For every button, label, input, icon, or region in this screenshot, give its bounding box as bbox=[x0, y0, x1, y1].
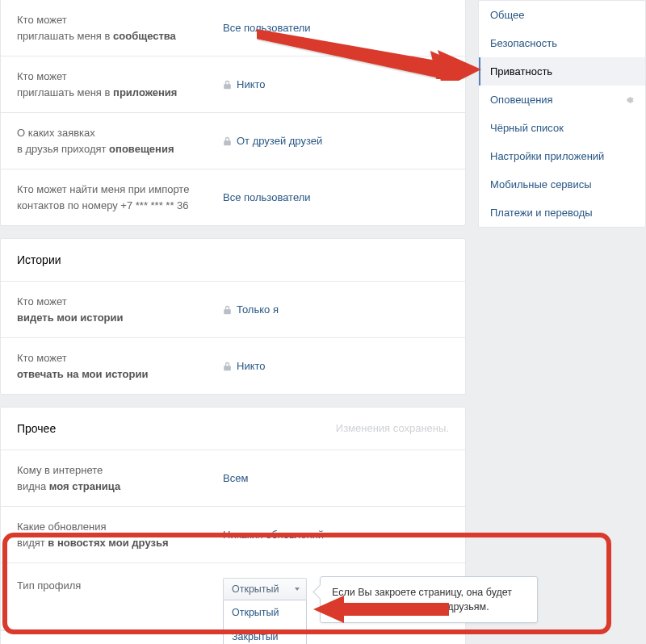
gear-icon bbox=[623, 94, 634, 106]
nav-item-privacy[interactable]: Приватность bbox=[479, 57, 645, 86]
row-label: Кто может найти меня при импорте контакт… bbox=[17, 182, 223, 213]
setting-row[interactable]: Какие обновления видят в новостях мои др… bbox=[1, 507, 465, 563]
saved-indicator: Изменения сохранены. bbox=[336, 422, 449, 435]
row-value[interactable]: Никаких обновлений bbox=[223, 529, 324, 541]
section-header-other: Прочее Изменения сохранены. bbox=[1, 408, 465, 450]
profile-type-dropdown-button[interactable]: Открытый bbox=[223, 578, 307, 600]
row-value[interactable]: Только я bbox=[223, 303, 279, 316]
panel-stories: Истории Кто может видеть мои истории Тол… bbox=[0, 238, 466, 395]
row-label: Кто может приглашать меня в сообщества bbox=[17, 12, 223, 44]
row-label: Кому в интернете видна моя страница bbox=[17, 462, 223, 494]
row-value[interactable]: Все пользователи bbox=[223, 191, 311, 203]
lock-icon bbox=[223, 305, 232, 315]
row-value[interactable]: Все пользователи bbox=[223, 22, 311, 34]
row-value[interactable]: Никто bbox=[223, 78, 266, 90]
row-value[interactable]: Всем bbox=[223, 472, 248, 484]
setting-row[interactable]: Кому в интернете видна моя страница Всем bbox=[1, 450, 465, 507]
row-label: Кто может приглашать меня в приложения bbox=[17, 69, 223, 100]
setting-row-profile-type: Тип профиля Открытый Открытый Закрытый Е… bbox=[1, 563, 465, 630]
row-label: Какие обновления видят в новостях мои др… bbox=[17, 519, 223, 550]
nav-item-app-settings[interactable]: Настройки приложений bbox=[479, 142, 645, 170]
profile-type-dropdown-list: Открытый Закрытый bbox=[223, 600, 307, 644]
row-value[interactable]: От друзей друзей bbox=[223, 135, 322, 147]
row-label: Кто может видеть мои истории bbox=[17, 294, 223, 325]
setting-row[interactable]: Кто может приглашать меня в сообщества В… bbox=[1, 0, 465, 56]
lock-icon bbox=[223, 136, 232, 146]
settings-sidebar: Общее Безопасность Приватность Оповещени… bbox=[466, 0, 646, 644]
main-settings-column: Кто может приглашать меня в сообщества В… bbox=[0, 0, 466, 644]
setting-row[interactable]: Кто может видеть мои истории Только я bbox=[1, 282, 465, 338]
profile-type-option-closed[interactable]: Закрытый bbox=[224, 625, 306, 644]
panel-privacy-top: Кто может приглашать меня в сообщества В… bbox=[0, 0, 466, 226]
nav-item-mobile[interactable]: Мобильные сервисы bbox=[479, 170, 645, 199]
settings-nav: Общее Безопасность Приватность Оповещени… bbox=[478, 0, 646, 228]
row-label: О каких заявках в друзья приходят оповещ… bbox=[17, 125, 223, 157]
setting-row[interactable]: Кто может найти меня при импорте контакт… bbox=[1, 169, 465, 225]
profile-type-option-open[interactable]: Открытый bbox=[224, 600, 306, 625]
profile-type-dropdown: Открытый Открытый Закрытый Если Вы закро… bbox=[223, 578, 307, 600]
nav-item-general[interactable]: Общее bbox=[479, 1, 645, 29]
nav-item-payments[interactable]: Платежи и переводы bbox=[479, 199, 645, 227]
setting-row[interactable]: О каких заявках в друзья приходят оповещ… bbox=[1, 113, 465, 169]
lock-icon bbox=[223, 362, 232, 371]
setting-row[interactable]: Кто может приглашать меня в приложения Н… bbox=[1, 56, 465, 113]
nav-item-blacklist[interactable]: Чёрный список bbox=[479, 114, 645, 142]
row-value[interactable]: Никто bbox=[223, 360, 266, 372]
section-header-stories: Истории bbox=[1, 239, 465, 282]
panel-other: Прочее Изменения сохранены. Кому в интер… bbox=[0, 407, 466, 644]
row-label: Тип профиля bbox=[17, 578, 223, 594]
lock-icon bbox=[223, 80, 232, 90]
nav-item-notifications[interactable]: Оповещения bbox=[479, 86, 645, 114]
row-label: Кто может отвечать на мои истории bbox=[17, 350, 223, 382]
setting-row[interactable]: Кто может отвечать на мои истории Никто bbox=[1, 338, 465, 394]
nav-item-security[interactable]: Безопасность bbox=[479, 29, 645, 57]
profile-type-tooltip: Если Вы закроете страницу, она будет дос… bbox=[320, 576, 538, 623]
